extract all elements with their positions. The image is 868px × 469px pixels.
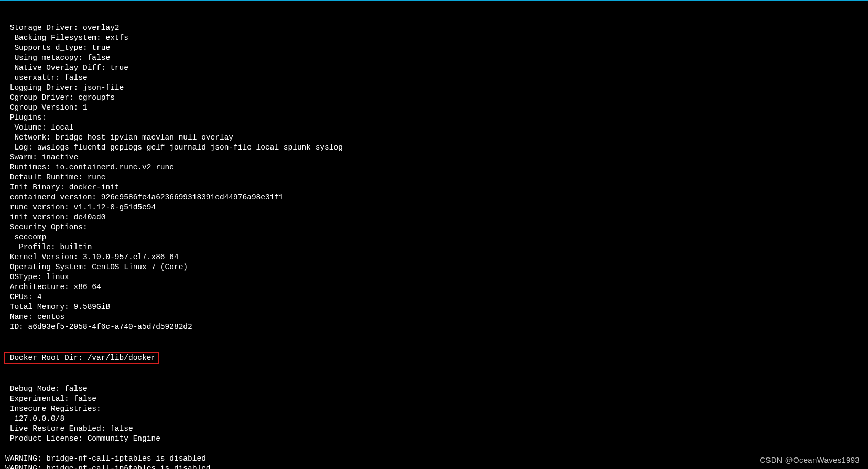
terminal-line: Total Memory: 9.589GiB <box>5 302 863 312</box>
terminal-line: Swarm: inactive <box>5 153 863 163</box>
terminal-line: Log: awslogs fluentd gcplogs gelf journa… <box>5 143 863 153</box>
terminal-line: Supports d_type: true <box>5 43 863 53</box>
terminal-line-highlighted: Docker Root Dir: /var/lib/docker <box>5 354 156 362</box>
terminal-output[interactable]: Storage Driver: overlay2 Backing Filesys… <box>5 3 863 469</box>
terminal-line: Experimental: false <box>5 394 863 404</box>
terminal-line: Backing Filesystem: extfs <box>5 33 863 43</box>
terminal-line: Init Binary: docker-init <box>5 183 863 193</box>
terminal-line: Default Runtime: runc <box>5 173 863 183</box>
terminal-line: Cgroup Driver: cgroupfs <box>5 93 863 103</box>
terminal-line: Volume: local <box>5 123 863 133</box>
terminal-line: WARNING: bridge-nf-call-iptables is disa… <box>5 454 863 464</box>
terminal-line: Operating System: CentOS Linux 7 (Core) <box>5 262 863 272</box>
terminal-line: CPUs: 4 <box>5 292 863 302</box>
highlight-docker-root-dir: Docker Root Dir: /var/lib/docker <box>4 352 159 364</box>
terminal-line: Storage Driver: overlay2 <box>5 23 863 33</box>
terminal-line: Security Options: <box>5 222 863 232</box>
terminal-line: WARNING: bridge-nf-call-ip6tables is dis… <box>5 464 863 469</box>
terminal-line: OSType: linux <box>5 272 863 282</box>
terminal-line: containerd version: 926c9586fe4a62366993… <box>5 193 863 202</box>
terminal-line: Network: bridge host ipvlan macvlan null… <box>5 133 863 143</box>
terminal-line: ID: a6d93ef5-2058-4f6c-a740-a5d7d59282d2 <box>5 322 863 332</box>
terminal-line: runc version: v1.1.12-0-g51d5e94 <box>5 202 863 212</box>
watermark-text: CSDN @OceanWaves1993 <box>760 455 860 465</box>
terminal-line: init version: de40ad0 <box>5 212 863 222</box>
terminal-line: Using metacopy: false <box>5 53 863 63</box>
terminal-line: userxattr: false <box>5 73 863 83</box>
terminal-line: Cgroup Version: 1 <box>5 103 863 113</box>
terminal-line: seccomp <box>5 232 863 242</box>
window-top-border <box>0 0 868 1</box>
terminal-line: Runtimes: io.containerd.runc.v2 runc <box>5 163 863 173</box>
terminal-line: 127.0.0.0/8 <box>5 414 863 424</box>
terminal-line: Product License: Community Engine <box>5 434 863 444</box>
terminal-line: Plugins: <box>5 113 863 123</box>
terminal-line: Kernel Version: 3.10.0-957.el7.x86_64 <box>5 252 863 262</box>
terminal-line: Logging Driver: json-file <box>5 83 863 93</box>
terminal-line: Profile: builtin <box>5 242 863 252</box>
terminal-line <box>5 444 863 454</box>
terminal-line: Insecure Registries: <box>5 404 863 414</box>
terminal-line: Name: centos <box>5 312 863 322</box>
terminal-line: Debug Mode: false <box>5 384 863 394</box>
terminal-line: Live Restore Enabled: false <box>5 424 863 434</box>
terminal-line: Architecture: x86_64 <box>5 282 863 292</box>
terminal-line: Native Overlay Diff: true <box>5 63 863 73</box>
